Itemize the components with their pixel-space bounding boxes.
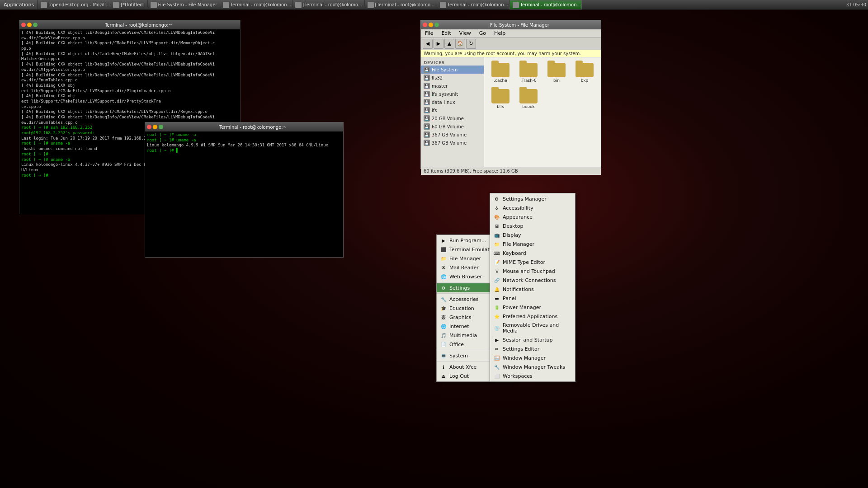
fm-sidebar-item[interactable]: 💾367 GB Volume xyxy=(421,131,484,139)
minimize-button[interactable] xyxy=(27,23,32,27)
settings-menu-icon: 🔗 xyxy=(494,277,500,283)
fm-file-item[interactable]: blfs xyxy=(488,87,513,111)
fm-minimize-button[interactable] xyxy=(429,23,433,27)
fm-sidebar-item[interactable]: 💾lfs32 xyxy=(421,74,484,82)
taskbar-item[interactable]: [Terminal - root@kolomo... xyxy=(292,0,365,9)
settings-menu-icon: ▶ xyxy=(494,337,500,343)
fm-menu-item[interactable]: File xyxy=(424,30,434,37)
taskbar-item-icon xyxy=(295,2,302,8)
settings-menu-item[interactable]: ⭐Preferred Applications xyxy=(490,312,575,321)
close-button[interactable] xyxy=(21,23,26,27)
taskbar-item-label: [Terminal - root@kolomo... xyxy=(303,2,363,7)
settings-menu-item[interactable]: 📝MIME Type Editor xyxy=(490,258,575,267)
settings-menu-item[interactable]: ⚙Settings Manager xyxy=(490,194,575,203)
terminal-line: ect lib/Support/CMakeFiles/LLVMSupport.d… xyxy=(21,99,238,104)
settings-menu-label: Network Connections xyxy=(503,277,556,283)
file-manager-menubar: FileEditViewGoHelp xyxy=(421,29,601,38)
fm-sidebar-item[interactable]: 💾lfs xyxy=(421,106,484,114)
settings-menu-item[interactable]: 🪟Window Manager xyxy=(490,353,575,362)
settings-menu-icon: 📝 xyxy=(494,259,500,265)
fm-reload-button[interactable]: ↻ xyxy=(466,39,476,49)
fm-menu-item[interactable]: Edit xyxy=(440,30,452,37)
fm-sidebar-label: 60 GB Volume xyxy=(432,124,464,129)
settings-menu-item[interactable]: 🎨Appearance xyxy=(490,212,575,221)
fm-file-item[interactable]: .Trash-0 xyxy=(516,61,541,84)
settings-menu-item[interactable]: ▬Panel xyxy=(490,294,575,303)
settings-menu-icon: 🔔 xyxy=(494,286,500,292)
fm-file-item[interactable]: bkp xyxy=(572,61,597,84)
taskbar-item[interactable]: [Terminal - root@kolomo... xyxy=(365,0,437,9)
menu-item-icon: 🌐 xyxy=(440,273,447,280)
settings-menu-icon: ⭐ xyxy=(494,313,500,319)
fm-file-item[interactable]: bin xyxy=(544,61,569,84)
file-manager-sidebar: DEVICES💾File System💾lfs32💾master💾lfs_sys… xyxy=(421,57,484,167)
drive-icon: 💾 xyxy=(424,123,430,130)
terminal-2-content[interactable]: root [ ~ ]# uname -aroot [ ~ ]# uname -a… xyxy=(145,131,343,257)
fm-menu-item[interactable]: Go xyxy=(478,30,487,37)
fm-file-item[interactable]: boook xyxy=(516,87,541,111)
settings-menu-item[interactable]: 🔋Power Manager xyxy=(490,303,575,312)
settings-menu-item[interactable]: 💿Removable Drives and Media xyxy=(490,321,575,335)
settings-menu-icon: ⚙ xyxy=(494,196,500,202)
settings-menu-item[interactable]: ♿Accessibility xyxy=(490,203,575,212)
settings-menu-item[interactable]: 🖱Mouse and Touchpad xyxy=(490,267,575,276)
taskbar-item[interactable]: [opendesktop.org - Mozill... xyxy=(38,0,110,9)
settings-menu-label: MIME Type Editor xyxy=(503,259,545,265)
fm-sidebar-item[interactable]: 💾lfs_sysvunit xyxy=(421,90,484,98)
settings-menu-icon: ▬ xyxy=(494,295,500,301)
fm-sidebar-item[interactable]: 💾master xyxy=(421,82,484,90)
fm-maximize-button[interactable] xyxy=(434,23,439,27)
taskbar-item[interactable]: [*Untitled] xyxy=(110,0,147,9)
taskbar-item[interactable]: File System - File Manager xyxy=(148,0,220,9)
close-button-2[interactable] xyxy=(147,125,151,129)
fm-warning-message: Warning, you are using the root account,… xyxy=(421,50,601,57)
fm-item-label: .cache xyxy=(494,78,507,83)
settings-menu-item[interactable]: ✏Settings Editor xyxy=(490,344,575,353)
clock: 31 05:30 xyxy=(846,2,866,7)
fm-up-button[interactable]: ▲ xyxy=(444,39,454,49)
file-manager-body: DEVICES💾File System💾lfs32💾master💾lfs_sys… xyxy=(421,57,601,167)
fm-file-item[interactable]: .cache xyxy=(488,61,513,84)
fm-sidebar-item[interactable]: 💾367 GB Volume xyxy=(421,139,484,147)
settings-menu-label: Workspaces xyxy=(503,373,533,379)
settings-menu-item[interactable]: 🔗Network Connections xyxy=(490,276,575,285)
settings-menu-item[interactable]: 🔧Window Manager Tweaks xyxy=(490,362,575,371)
fm-close-button[interactable] xyxy=(423,23,427,27)
settings-menu-item[interactable]: 📁File Manager xyxy=(490,239,575,249)
fm-forward-button[interactable]: ▶ xyxy=(434,39,443,49)
settings-menu-item[interactable]: 🔔Notifications xyxy=(490,285,575,294)
fm-menu-item[interactable]: Help xyxy=(493,30,507,37)
menu-item-icon: ▶ xyxy=(440,237,447,244)
fm-sidebar-item[interactable]: 💾File System xyxy=(421,66,484,74)
settings-menu-icon: ♿ xyxy=(494,205,500,211)
taskbar-item[interactable]: Terminal - root@kolomon... xyxy=(509,0,582,9)
maximize-button[interactable] xyxy=(33,23,38,27)
menu-item-label: Web Browser xyxy=(449,274,482,280)
fm-sidebar-label: File System xyxy=(432,67,458,72)
taskbar-item[interactable]: Terminal - root@kolomon... xyxy=(437,0,509,9)
settings-menu-item[interactable]: ⬜Workspaces xyxy=(490,371,575,380)
maximize-button-2[interactable] xyxy=(159,125,163,129)
fm-menu-item[interactable]: View xyxy=(458,30,472,37)
file-manager-toolbar: ◀ ▶ ▲ 🏠 ↻ xyxy=(421,38,601,50)
settings-menu-label: Window Manager Tweaks xyxy=(503,364,565,370)
terminal-line: ew.dir/CodeViewError.cpp.o xyxy=(21,36,238,41)
menu-item-icon: 🎵 xyxy=(440,332,447,338)
settings-menu-icon: 🖱 xyxy=(494,268,500,274)
fm-home-button[interactable]: 🏠 xyxy=(455,39,465,49)
settings-menu-item[interactable]: 🖥Desktop xyxy=(490,221,575,230)
menu-item-label: Accessories xyxy=(449,296,478,302)
fm-sidebar-label: 367 GB Volume xyxy=(432,132,467,137)
fm-back-button[interactable]: ◀ xyxy=(423,39,433,49)
taskbar-item[interactable]: Terminal - root@kolomon... xyxy=(220,0,292,9)
minimize-button-2[interactable] xyxy=(153,125,157,129)
drive-icon: 💾 xyxy=(424,99,430,105)
applications-button[interactable]: Applications xyxy=(0,0,38,9)
settings-menu-item[interactable]: 📺Display xyxy=(490,230,575,239)
settings-menu-item[interactable]: ⌨Keyboard xyxy=(490,249,575,258)
fm-sidebar-item[interactable]: 💾60 GB Volume xyxy=(421,122,484,131)
fm-status-text: 60 items (309.6 MB), Free space: 11.6 GB xyxy=(424,169,518,174)
fm-sidebar-item[interactable]: 💾data_linux xyxy=(421,98,484,106)
fm-sidebar-item[interactable]: 💾20 GB Volume xyxy=(421,114,484,122)
settings-menu-item[interactable]: ▶Session and Startup xyxy=(490,335,575,344)
